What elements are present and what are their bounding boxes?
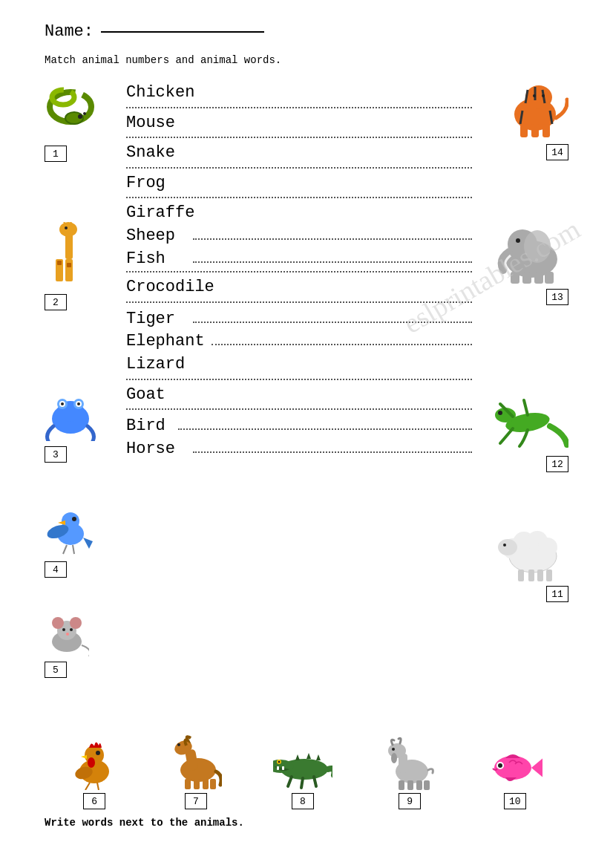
svg-point-8 xyxy=(59,222,77,237)
svg-point-72 xyxy=(88,757,95,768)
svg-point-93 xyxy=(388,743,406,758)
svg-rect-96 xyxy=(399,780,404,790)
word-lizard: Lizard xyxy=(126,354,472,376)
number-box-4: 4 xyxy=(45,561,67,578)
word-sheep: Sheep xyxy=(126,226,193,247)
dotted-line-crocodile xyxy=(126,301,472,303)
svg-point-58 xyxy=(498,411,502,415)
animal-bird: 4 xyxy=(45,500,93,578)
svg-rect-81 xyxy=(185,779,191,789)
svg-rect-68 xyxy=(537,570,543,581)
dotted-line-elephant-right xyxy=(212,344,472,345)
dotted-line-bird-right xyxy=(178,428,472,430)
word-fish: Fish xyxy=(126,249,193,270)
word-horse: Horse xyxy=(126,439,193,460)
svg-point-30 xyxy=(52,617,64,629)
svg-point-3 xyxy=(78,114,82,119)
elephant-row: Elephant xyxy=(126,330,472,353)
animal-sheep: 11 xyxy=(494,519,568,602)
svg-point-65 xyxy=(503,544,506,546)
svg-rect-10 xyxy=(67,263,71,267)
write-instructions: Write words next to the animals. xyxy=(45,817,568,829)
number-box-6: 6 xyxy=(83,793,105,809)
svg-rect-53 xyxy=(522,272,531,284)
dotted-line-tiger-right xyxy=(193,322,472,323)
dotted-line-giraffe-right xyxy=(193,238,472,240)
bottom-animal-goat: 9 xyxy=(384,734,436,809)
svg-point-102 xyxy=(498,763,502,768)
number-box-10: 10 xyxy=(504,793,526,809)
bottom-animal-crocodile: 8 xyxy=(273,738,332,809)
svg-line-12 xyxy=(63,222,65,223)
svg-rect-69 xyxy=(546,570,552,581)
horse-row: Horse xyxy=(126,437,472,460)
word-tiger: Tiger xyxy=(126,309,193,330)
animal-mouse: 5 xyxy=(45,608,89,678)
bottom-animal-chicken: 6 xyxy=(71,734,119,809)
word-frog: Frog xyxy=(126,173,472,195)
number-box-14: 14 xyxy=(546,144,568,160)
svg-rect-47 xyxy=(542,124,550,137)
svg-rect-87 xyxy=(277,766,279,770)
dotted-line-mouse xyxy=(126,137,472,138)
number-box-13: 13 xyxy=(546,289,568,305)
svg-point-94 xyxy=(391,753,397,763)
svg-rect-66 xyxy=(518,570,524,581)
svg-point-18 xyxy=(61,402,64,405)
number-box-9: 9 xyxy=(399,793,421,809)
svg-point-50 xyxy=(524,230,551,263)
name-row: Name: xyxy=(45,22,568,41)
right-animals-col: 14 xyxy=(472,74,568,712)
animal-elephant: 13 xyxy=(494,218,568,305)
svg-point-73 xyxy=(96,751,100,755)
tiger-row: Tiger xyxy=(126,307,472,330)
dotted-line-chicken xyxy=(126,107,472,108)
word-snake: Snake xyxy=(126,143,472,164)
svg-point-63 xyxy=(538,538,557,557)
word-giraffe: Giraffe xyxy=(126,203,472,224)
svg-point-11 xyxy=(65,226,68,229)
svg-line-27 xyxy=(73,545,74,554)
word-chicken: Chicken xyxy=(126,82,472,104)
svg-rect-7 xyxy=(65,259,73,281)
dotted-line-sheep-right xyxy=(193,261,472,263)
left-animals-col: 1 2 xyxy=(45,74,119,712)
svg-rect-52 xyxy=(511,272,519,284)
svg-point-43 xyxy=(533,94,536,97)
word-crocodile: Crocodile xyxy=(126,277,472,298)
svg-point-34 xyxy=(66,633,69,636)
svg-point-4 xyxy=(83,112,86,115)
svg-rect-55 xyxy=(545,272,554,284)
svg-rect-45 xyxy=(520,124,528,137)
animal-lizard: 12 xyxy=(487,393,568,472)
sheep-row: Sheep xyxy=(126,224,472,247)
svg-point-31 xyxy=(70,617,82,629)
center-words-col: Chicken Mouse Snake Frog Giraffe Sheep F… xyxy=(119,74,472,712)
svg-rect-84 xyxy=(210,779,216,789)
dotted-line-lizard xyxy=(126,379,472,380)
svg-point-51 xyxy=(516,238,520,243)
number-box-8: 8 xyxy=(292,793,314,809)
bottom-animal-horse: 7 xyxy=(170,734,222,809)
bird-row: Bird xyxy=(126,414,472,437)
number-box-1: 1 xyxy=(45,146,67,162)
svg-point-95 xyxy=(392,748,395,751)
dotted-line-frog xyxy=(126,197,472,198)
dotted-line-horse-right xyxy=(193,451,472,453)
svg-rect-97 xyxy=(407,780,413,790)
word-goat: Goat xyxy=(126,385,472,406)
svg-rect-99 xyxy=(424,780,430,790)
dotted-line-fish xyxy=(126,271,472,273)
word-mouse: Mouse xyxy=(126,113,472,134)
svg-rect-88 xyxy=(282,766,284,770)
bottom-animal-fish: 10 xyxy=(487,742,542,809)
svg-rect-82 xyxy=(194,779,200,789)
dotted-line-snake xyxy=(126,167,472,169)
instructions: Match animal numbers and animal words. xyxy=(45,54,568,66)
svg-rect-83 xyxy=(203,779,209,789)
svg-point-37 xyxy=(525,85,552,109)
number-box-2: 2 xyxy=(45,294,67,310)
svg-rect-67 xyxy=(528,570,534,581)
dotted-line-goat xyxy=(126,408,472,410)
word-bird: Bird xyxy=(126,416,178,437)
